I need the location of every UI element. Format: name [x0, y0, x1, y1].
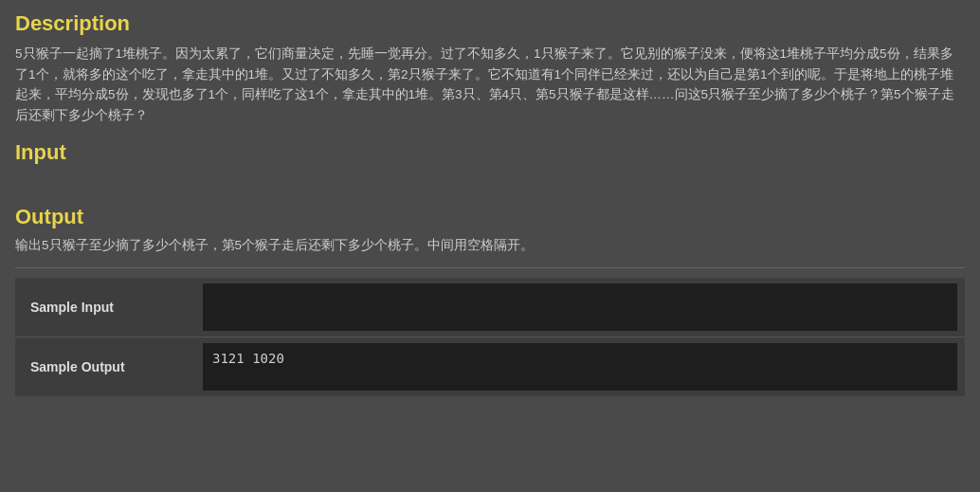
sample-input-label: Sample Input	[15, 278, 195, 337]
input-title: Input	[15, 140, 965, 165]
sample-output-value-box: 3121 1020	[195, 337, 965, 396]
sample-input-row: Sample Input	[15, 278, 965, 337]
description-text: 5只猴子一起摘了1堆桃子。因为太累了，它们商量决定，先睡一觉再分。过了不知多久，…	[15, 44, 965, 125]
sample-table: Sample Input Sample Output 3121 1020	[15, 278, 965, 396]
description-title: Description	[15, 11, 965, 36]
output-text: 输出5只猴子至少摘了多少个桃子，第5个猴子走后还剩下多少个桃子。中间用空格隔开。	[15, 235, 965, 256]
sample-input-value-box	[195, 278, 965, 337]
sample-input-content	[203, 283, 957, 331]
output-section: Output 输出5只猴子至少摘了多少个桃子，第5个猴子走后还剩下多少个桃子。中…	[15, 205, 965, 256]
sample-output-row: Sample Output 3121 1020	[15, 337, 965, 396]
sample-output-label: Sample Output	[15, 337, 195, 396]
description-section: Description 5只猴子一起摘了1堆桃子。因为太累了，它们商量决定，先睡…	[15, 11, 965, 125]
sample-output-content: 3121 1020	[203, 343, 957, 391]
input-spacer	[15, 173, 965, 201]
section-divider	[15, 267, 965, 268]
input-section: Input	[15, 140, 965, 201]
output-title: Output	[15, 205, 965, 229]
page-container: Description 5只猴子一起摘了1堆桃子。因为太累了，它们商量决定，先睡…	[0, 0, 980, 408]
